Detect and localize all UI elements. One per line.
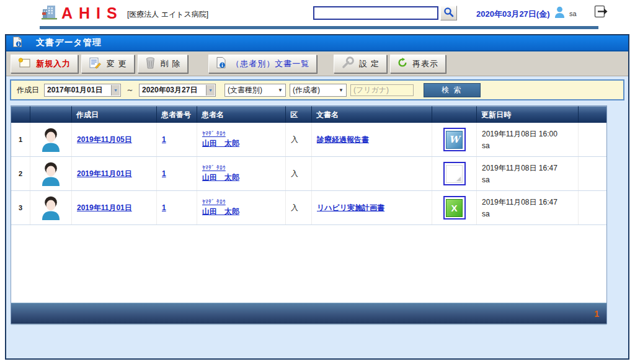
page-number[interactable]: 1 <box>594 309 599 319</box>
wrench-icon <box>341 56 354 71</box>
change-button[interactable]: 変 更 <box>81 55 135 73</box>
date-to-input[interactable]: 2020年03月27日 ▼ <box>139 84 216 97</box>
person-avatar-icon <box>38 127 64 153</box>
date-range-separator: ～ <box>126 84 134 95</box>
category-cell: 入 <box>285 123 311 156</box>
patient-name-link[interactable]: 山田 太郎 <box>202 172 285 183</box>
col-created: 作成日 <box>71 106 156 123</box>
date-to-dropdown-button[interactable]: ▼ <box>206 85 215 95</box>
user-name: sa <box>569 10 577 17</box>
updated-cell: 2019年11月08日 16:47 sa <box>476 157 578 190</box>
page-fold <box>456 177 461 181</box>
toolbar: 新規入力 変 更 <box>6 51 628 76</box>
table-row: 3 2019年11月01日 1 ﾔﾏﾀﾞ ﾀﾛｳ 山田 太郎 入 リハビリ実施計 <box>11 191 606 225</box>
brand: AHIS <box>41 4 123 23</box>
delete-button[interactable]: 削 除 <box>138 55 189 73</box>
app-logo: AHIS <box>61 4 123 22</box>
table-header-row: 作成日 患者番号 患者名 区 文書名 更新日時 <box>11 106 606 123</box>
created-date-label: 作成日 <box>17 85 39 95</box>
refresh-icon <box>397 58 407 69</box>
updated-cell: 2019年11月08日 16:47 sa <box>476 191 578 224</box>
word-file-icon[interactable]: W <box>443 128 466 151</box>
furigana-input[interactable] <box>350 84 414 96</box>
patient-no-cell: 1 <box>156 191 197 224</box>
col-category: 区 <box>285 106 311 123</box>
date-from-input[interactable]: 2017年01月01日 ▼ <box>44 84 121 97</box>
patient-kana-link[interactable]: ﾔﾏﾀﾞ ﾀﾛｳ <box>202 164 285 171</box>
new-entry-button[interactable]: 新規入力 <box>11 55 78 73</box>
table-empty-area <box>11 225 606 303</box>
created-date-link[interactable]: 2019年11月05日 <box>77 135 156 145</box>
patient-no-cell: 1 <box>156 157 197 190</box>
patient-avatar <box>30 123 71 156</box>
excel-file-icon[interactable]: X <box>443 196 466 220</box>
row-number: 3 <box>11 191 30 224</box>
doc-name-link[interactable]: 診療経過報告書 <box>317 135 432 145</box>
doc-name-cell: リハビリ実施計画書 <box>311 191 432 224</box>
patient-name-cell: ﾔﾏﾀﾞ ﾀﾛｳ 山田 太郎 <box>197 191 285 224</box>
patient-kana-link[interactable]: ﾔﾏﾀﾞ ﾀﾛｳ <box>202 130 285 137</box>
created-date-cell: 2019年11月01日 <box>71 191 156 224</box>
app-header: AHIS [医療法人 エイトス病院] 2020年03月27日(金) sa <box>0 0 635 26</box>
updated-datetime: 2019年11月08日 16:47 <box>482 163 578 174</box>
document-list-icon <box>216 56 226 71</box>
settings-button[interactable]: 設 定 <box>334 55 387 73</box>
search-icon <box>443 7 454 20</box>
row-number: 2 <box>11 157 30 190</box>
user-icon <box>554 6 566 21</box>
date-from-dropdown-button[interactable]: ▼ <box>111 85 120 95</box>
patient-avatar <box>30 191 71 224</box>
col-patient-no: 患者番号 <box>156 106 197 123</box>
patient-doc-list-button[interactable]: （患者別）文書一覧 <box>208 55 317 73</box>
patient-no-link[interactable]: 1 <box>162 135 197 144</box>
document-table: 作成日 患者番号 患者名 区 文書名 更新日時 1 2019年11月05日 <box>11 105 607 324</box>
patient-no-link[interactable]: 1 <box>162 203 197 212</box>
current-user: sa <box>554 6 577 21</box>
doc-name-cell <box>311 157 432 190</box>
global-search-button[interactable] <box>440 6 457 20</box>
category-cell: 入 <box>285 157 311 190</box>
extra-cell <box>578 157 606 190</box>
created-date-link[interactable]: 2019年11月01日 <box>77 203 156 213</box>
new-document-icon <box>18 58 31 70</box>
chevron-down-icon: ▼ <box>339 87 344 93</box>
updated-by: sa <box>482 210 578 218</box>
patient-name-link[interactable]: 山田 太郎 <box>202 138 285 149</box>
col-updated: 更新日時 <box>476 106 578 123</box>
refresh-button[interactable]: 再表示 <box>390 55 446 73</box>
header-divider <box>40 26 598 29</box>
created-date-cell: 2019年11月01日 <box>71 157 156 190</box>
col-doc-name: 文書名 <box>311 106 432 123</box>
global-search-input[interactable] <box>313 6 438 20</box>
updated-cell: 2019年11月08日 16:00 sa <box>476 123 578 156</box>
updated-by: sa <box>482 141 578 150</box>
col-extra <box>578 106 606 123</box>
blank-file-icon[interactable] <box>443 162 466 185</box>
patient-name-cell: ﾔﾏﾀﾞ ﾀﾛｳ 山田 太郎 <box>197 157 285 190</box>
table-row: 1 2019年11月05日 1 ﾔﾏﾀﾞ ﾀﾛｳ 山田 太郎 入 診療経過報告書 <box>11 123 606 157</box>
patient-no-link[interactable]: 1 <box>162 169 197 178</box>
logout-button[interactable] <box>594 5 608 20</box>
col-file <box>432 106 476 123</box>
doc-type-select[interactable]: (文書種別) ▼ <box>224 84 286 97</box>
table-row: 2 2019年11月01日 1 ﾔﾏﾀﾞ ﾀﾛｳ 山田 太郎 入 <box>11 157 606 191</box>
filter-bar: 作成日 2017年01月01日 ▼ ～ 2020年03月27日 ▼ (文書種別)… <box>10 79 624 100</box>
trash-icon <box>145 57 156 71</box>
file-cell: W <box>432 123 476 156</box>
category-cell: 入 <box>285 191 311 224</box>
col-photo <box>30 106 71 123</box>
search-button[interactable]: 検 索 <box>424 83 481 97</box>
patient-name-link[interactable]: 山田 太郎 <box>202 206 285 217</box>
patient-no-cell: 1 <box>156 123 197 156</box>
author-select[interactable]: (作成者) ▼ <box>290 84 347 97</box>
created-date-link[interactable]: 2019年11月01日 <box>77 169 156 179</box>
doc-name-cell: 診療経過報告書 <box>311 123 432 156</box>
file-cell <box>432 157 476 190</box>
panel-title-bar: 文書データ管理 <box>6 35 628 51</box>
document-management-panel: 文書データ管理 新規入力 変 更 <box>5 34 629 360</box>
patient-kana-link[interactable]: ﾔﾏﾀﾞ ﾀﾛｳ <box>202 198 285 205</box>
doc-name-link[interactable]: リハビリ実施計画書 <box>317 203 432 213</box>
patient-name-cell: ﾔﾏﾀﾞ ﾀﾛｳ 山田 太郎 <box>197 123 285 156</box>
logout-icon <box>594 9 608 20</box>
col-rownum <box>11 106 30 123</box>
